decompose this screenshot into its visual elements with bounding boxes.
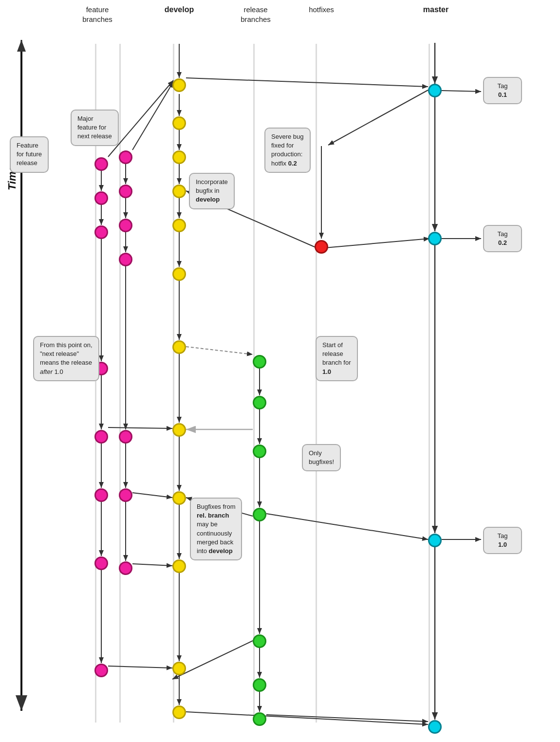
develop-node-6	[172, 267, 186, 281]
branch-line-master	[429, 44, 430, 723]
svg-line-57	[132, 493, 172, 498]
feature1-node-8	[94, 664, 108, 677]
tag-01: Tag0.1	[483, 77, 522, 104]
release-node-5	[253, 634, 266, 648]
branch-line-hotfix	[316, 44, 317, 723]
svg-line-51	[108, 666, 172, 668]
master-node-1	[428, 84, 442, 97]
develop-node-5	[172, 219, 186, 232]
svg-line-43	[328, 90, 428, 145]
hotfix-node-1	[315, 240, 328, 254]
tag-02: Tag0.2	[483, 225, 522, 252]
feature1-node-3	[94, 225, 108, 239]
feature2-node-6	[119, 488, 132, 502]
develop-node-11	[172, 662, 186, 675]
feature2-node-4	[119, 253, 132, 266]
master-node-3	[428, 534, 442, 547]
release-node-3	[253, 445, 266, 458]
release-node-4	[253, 508, 266, 521]
svg-line-56	[186, 712, 428, 724]
feature1-node-6	[94, 488, 108, 502]
master-node-2	[428, 232, 442, 245]
develop-node-2	[172, 116, 186, 130]
release-node-1	[253, 355, 266, 369]
feature1-node-1	[94, 157, 108, 171]
callout-severe-bug: Severe bugfixed forproduction:hotfix 0.2	[264, 128, 311, 173]
develop-node-10	[172, 559, 186, 573]
callout-bugfixes-merged: Bugfixes fromrel. branchmay becontinuous…	[190, 498, 242, 560]
develop-node-12	[172, 705, 186, 719]
develop-node-4	[172, 185, 186, 198]
svg-line-42	[132, 82, 173, 150]
tag-10: Tag1.0	[483, 527, 522, 554]
branch-line-develop	[173, 44, 174, 723]
callout-major-feature: Majorfeature fornext release	[71, 110, 119, 146]
svg-line-55	[266, 715, 428, 722]
header-hotfixes: hotfixes	[299, 5, 343, 15]
develop-node-3	[172, 150, 186, 164]
feature2-node-3	[119, 219, 132, 232]
header-feature-branches: feature branches	[75, 5, 119, 24]
release-node-6	[253, 678, 266, 692]
feature1-node-5	[94, 430, 108, 444]
develop-node-9	[172, 491, 186, 505]
master-node-4	[428, 720, 442, 734]
header-develop: develop	[160, 5, 199, 15]
callout-start-release: Start ofreleasebranch for1.0	[316, 336, 358, 381]
develop-node-8	[172, 423, 186, 437]
feature1-node-2	[94, 191, 108, 205]
feature2-node-2	[119, 185, 132, 198]
feature2-node-7	[119, 561, 132, 575]
svg-line-50	[132, 564, 172, 566]
svg-line-54	[172, 641, 253, 679]
svg-line-52	[266, 514, 428, 539]
svg-line-53	[186, 78, 428, 87]
feature1-node-7	[94, 556, 108, 570]
callout-incorporate-bugfix: Incorporatebugfix indevelop	[189, 173, 235, 209]
svg-line-44	[319, 239, 429, 248]
feature2-node-1	[119, 150, 132, 164]
develop-node-1	[172, 78, 186, 92]
svg-line-46	[186, 347, 253, 354]
develop-node-7	[172, 340, 186, 354]
release-node-2	[253, 396, 266, 409]
callout-feature-future: Featurefor futurerelease	[10, 136, 49, 173]
callout-only-bugfixes: Onlybugfixes!	[302, 444, 341, 471]
header-master: master	[416, 5, 455, 15]
feature2-node-5	[119, 430, 132, 444]
branch-line-feature2	[119, 44, 121, 723]
release-node-7	[253, 712, 266, 726]
svg-line-49	[108, 427, 172, 428]
svg-line-58	[442, 91, 481, 92]
header-release-branches: release branches	[229, 5, 282, 24]
diagram: feature branches develop release branche…	[0, 0, 560, 742]
callout-next-release: From this point on,"next release"means t…	[33, 336, 99, 381]
branch-line-release	[253, 44, 255, 723]
